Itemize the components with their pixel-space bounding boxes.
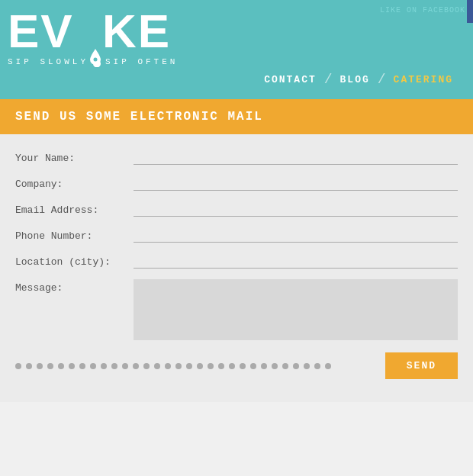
form-row-phone: Phone Number: bbox=[15, 227, 458, 243]
dot bbox=[143, 363, 150, 369]
dot bbox=[37, 363, 43, 369]
nav-divider-1: / bbox=[324, 72, 333, 87]
logo: EV KE bbox=[8, 8, 178, 55]
label-phone: Phone Number: bbox=[15, 227, 134, 242]
input-name[interactable] bbox=[134, 150, 458, 165]
dots-decoration bbox=[15, 363, 331, 369]
dot bbox=[186, 363, 192, 369]
dot bbox=[79, 363, 85, 369]
dot bbox=[175, 363, 182, 369]
dot bbox=[304, 363, 310, 369]
nav-catering[interactable]: CATERING bbox=[389, 74, 458, 85]
input-location[interactable] bbox=[134, 253, 458, 269]
dot bbox=[314, 363, 320, 369]
dot bbox=[90, 363, 96, 369]
dot bbox=[122, 363, 128, 369]
input-phone[interactable] bbox=[134, 227, 458, 243]
form-footer: SEND bbox=[15, 352, 458, 387]
dot bbox=[293, 363, 299, 369]
dot bbox=[325, 363, 331, 369]
svg-point-0 bbox=[93, 57, 97, 61]
dot bbox=[58, 363, 64, 369]
input-email[interactable] bbox=[134, 201, 458, 217]
input-message[interactable] bbox=[134, 279, 458, 340]
label-name: Your Name: bbox=[15, 150, 134, 164]
content-area: SEND US SOME ELECTRONIC MAIL Your Name: … bbox=[0, 99, 473, 402]
dot bbox=[197, 363, 203, 369]
form-row-location: Location (city): bbox=[15, 253, 458, 269]
label-company: Company: bbox=[15, 175, 134, 190]
form-row-email: Email Address: bbox=[15, 201, 458, 217]
form-header: SEND US SOME ELECTRONIC MAIL bbox=[0, 99, 473, 134]
dot bbox=[272, 363, 278, 369]
main-nav: CONTACT / BLOG / CATERING bbox=[259, 72, 458, 87]
dot bbox=[165, 363, 171, 369]
dot bbox=[69, 363, 75, 369]
form-row-name: Your Name: bbox=[15, 150, 458, 165]
facebook-label[interactable]: LIKE ON FACEBOOK bbox=[380, 6, 473, 14]
form-row-message: Message: bbox=[15, 279, 458, 340]
form-row-company: Company: bbox=[15, 175, 458, 191]
dot bbox=[282, 363, 288, 369]
label-location: Location (city): bbox=[15, 253, 134, 268]
dot bbox=[133, 363, 139, 369]
label-message: Message: bbox=[15, 279, 134, 294]
dot bbox=[229, 363, 235, 369]
send-button[interactable]: SEND bbox=[385, 352, 458, 379]
dot bbox=[101, 363, 107, 369]
logo-area: EV KE SIP SLOWLY SIP OFTEN bbox=[8, 8, 178, 67]
dot bbox=[26, 363, 32, 369]
drop-icon bbox=[90, 24, 101, 40]
dot bbox=[218, 363, 224, 369]
dot bbox=[111, 363, 117, 369]
dot bbox=[261, 363, 267, 369]
label-email: Email Address: bbox=[15, 201, 134, 216]
form-title: SEND US SOME ELECTRONIC MAIL bbox=[15, 110, 263, 124]
dot bbox=[154, 363, 160, 369]
dot bbox=[15, 363, 21, 369]
header: LIKE ON FACEBOOK EV KE SIP SLOWLY SIP OF… bbox=[0, 0, 473, 99]
dot bbox=[47, 363, 53, 369]
facebook-bar bbox=[467, 0, 473, 23]
nav-contact[interactable]: CONTACT bbox=[259, 74, 321, 85]
dot bbox=[208, 363, 214, 369]
dot bbox=[240, 363, 246, 369]
nav-blog[interactable]: BLOG bbox=[336, 74, 375, 85]
input-company[interactable] bbox=[134, 175, 458, 191]
dot bbox=[250, 363, 256, 369]
nav-divider-2: / bbox=[378, 72, 386, 87]
contact-form: Your Name: Company: Email Address: Phone… bbox=[15, 150, 458, 340]
